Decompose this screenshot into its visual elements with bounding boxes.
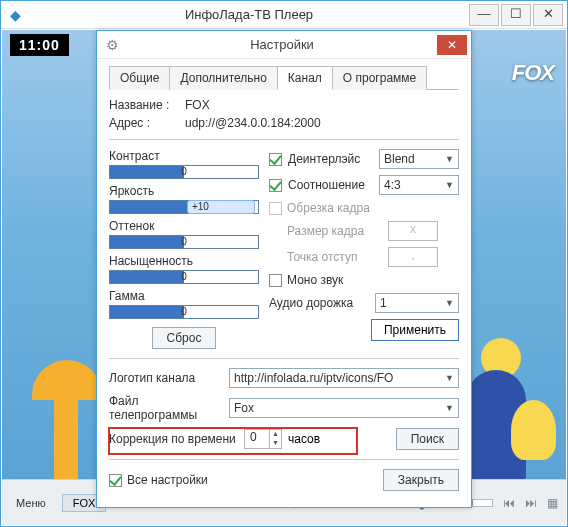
epg-label: Файл телепрограммы bbox=[109, 394, 229, 422]
settings-dialog: ⚙ Настройки ✕ Общие Дополнительно Канал … bbox=[96, 30, 472, 508]
next-icon[interactable]: ⏭ bbox=[525, 496, 537, 510]
dialog-titlebar: ⚙ Настройки ✕ bbox=[97, 31, 471, 59]
cartoon-shape bbox=[32, 230, 92, 480]
brightness-slider[interactable]: +10 bbox=[109, 200, 259, 214]
audiotrack-label: Аудио дорожка bbox=[269, 296, 369, 310]
saturation-label: Насыщенность bbox=[109, 254, 259, 268]
name-label: Название : bbox=[109, 98, 179, 112]
tabs: Общие Дополнительно Канал О программе bbox=[109, 65, 459, 90]
tab-about[interactable]: О программе bbox=[332, 66, 427, 90]
audiotrack-select[interactable]: 1▼ bbox=[375, 293, 459, 313]
contrast-slider[interactable]: 0 bbox=[109, 165, 259, 179]
aspect-label: Соотношение bbox=[288, 178, 373, 192]
channel-logo-overlay: FOX bbox=[512, 60, 554, 86]
crop-point-label: Точка отступ bbox=[287, 250, 382, 264]
hue-label: Оттенок bbox=[109, 219, 259, 233]
reset-button[interactable]: Сброс bbox=[152, 327, 217, 349]
deinterlace-label: Деинтерлэйс bbox=[288, 152, 373, 166]
app-icon: ◆ bbox=[1, 7, 29, 23]
deinterlace-select[interactable]: Blend▼ bbox=[379, 149, 459, 169]
name-value: FOX bbox=[185, 98, 210, 112]
address-value: udp://@234.0.0.184:2000 bbox=[185, 116, 321, 130]
hue-slider[interactable]: 0 bbox=[109, 235, 259, 249]
tz-label: Коррекция по времени bbox=[109, 432, 244, 446]
prev-icon[interactable]: ⏮ bbox=[503, 496, 515, 510]
video-clock: 11:00 bbox=[10, 34, 69, 56]
crop-checkbox[interactable] bbox=[269, 202, 282, 215]
all-settings-label: Все настройки bbox=[127, 473, 208, 487]
address-label: Адрес : bbox=[109, 116, 179, 130]
gamma-slider[interactable]: 0 bbox=[109, 305, 259, 319]
search-button[interactable]: Поиск bbox=[396, 428, 459, 450]
aspect-select[interactable]: 4:3▼ bbox=[379, 175, 459, 195]
gamma-label: Гамма bbox=[109, 289, 259, 303]
apply-button[interactable]: Применить bbox=[371, 319, 459, 341]
gear-icon: ⚙ bbox=[97, 37, 127, 53]
logo-label: Логотип канала bbox=[109, 371, 229, 385]
playlist-icon[interactable]: ▦ bbox=[547, 496, 558, 510]
brightness-label: Яркость bbox=[109, 184, 259, 198]
menu-button[interactable]: Меню bbox=[10, 495, 52, 511]
crop-size-input: x bbox=[388, 221, 438, 241]
dialog-close-button[interactable]: ✕ bbox=[437, 35, 467, 55]
crop-label: Обрезка кадра bbox=[287, 201, 370, 215]
aspect-checkbox[interactable] bbox=[269, 179, 282, 192]
mono-label: Моно звук bbox=[287, 273, 343, 287]
dialog-title: Настройки bbox=[127, 37, 437, 52]
tab-general[interactable]: Общие bbox=[109, 66, 170, 90]
close-dialog-button[interactable]: Закрыть bbox=[383, 469, 459, 491]
saturation-slider[interactable]: 0 bbox=[109, 270, 259, 284]
cartoon-hand bbox=[511, 400, 556, 460]
app-title: ИнфоЛада-ТВ Плеер bbox=[29, 7, 469, 22]
tz-spinner[interactable]: 0 ▲▼ bbox=[244, 429, 282, 449]
tz-unit: часов bbox=[288, 432, 320, 446]
close-button[interactable]: ✕ bbox=[533, 4, 563, 26]
epg-select[interactable]: Fox▼ bbox=[229, 398, 459, 418]
player-titlebar: ◆ ИнфоЛада-ТВ Плеер — ☐ ✕ bbox=[1, 1, 567, 29]
crop-point-input: , bbox=[388, 247, 438, 267]
spin-down-icon[interactable]: ▼ bbox=[270, 439, 281, 448]
maximize-button[interactable]: ☐ bbox=[501, 4, 531, 26]
spin-up-icon[interactable]: ▲ bbox=[270, 430, 281, 439]
deinterlace-checkbox[interactable] bbox=[269, 153, 282, 166]
tab-channel[interactable]: Канал bbox=[277, 66, 333, 90]
tab-extra[interactable]: Дополнительно bbox=[169, 66, 277, 90]
crop-size-label: Размер кадра bbox=[287, 224, 382, 238]
all-settings-checkbox[interactable] bbox=[109, 474, 122, 487]
minimize-button[interactable]: — bbox=[469, 4, 499, 26]
logo-select[interactable]: http://infolada.ru/iptv/icons/FO▼ bbox=[229, 368, 459, 388]
mono-checkbox[interactable] bbox=[269, 274, 282, 287]
contrast-label: Контраст bbox=[109, 149, 259, 163]
